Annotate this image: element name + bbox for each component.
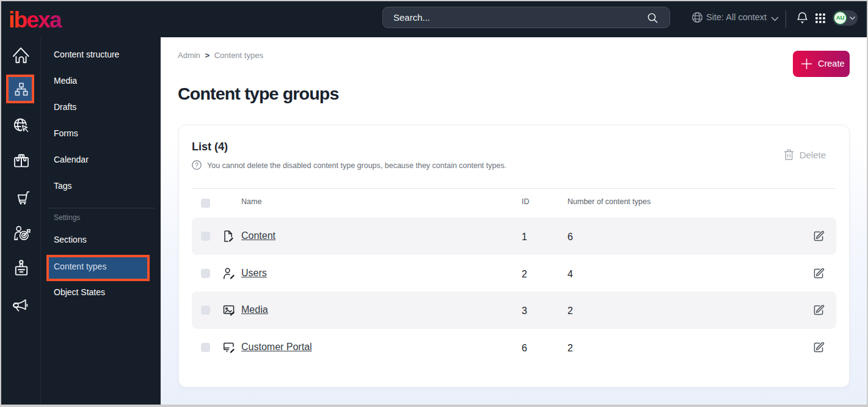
svg-text:ibexa: ibexa [9,7,62,32]
svg-text:?: ? [195,162,199,169]
